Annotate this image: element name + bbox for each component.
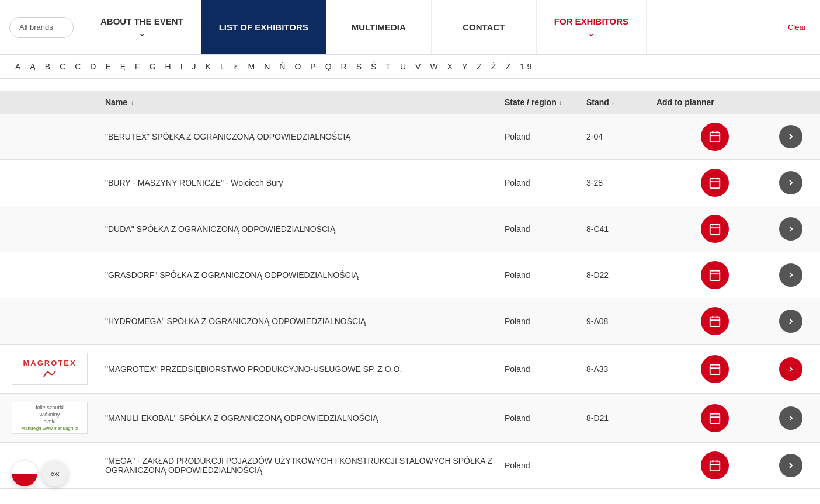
add-to-planner-button[interactable] xyxy=(701,307,729,335)
add-to-planner-button[interactable] xyxy=(701,261,729,289)
alpha-letter-p[interactable]: P xyxy=(307,60,319,74)
alpha-letter-1-9[interactable]: 1-9 xyxy=(516,60,535,74)
alpha-letter-y[interactable]: Y xyxy=(458,60,471,74)
table-row: "GRASDORF" SPÓŁKA Z OGRANICZONĄ ODPOWIED… xyxy=(0,252,820,298)
view-details-button[interactable] xyxy=(779,125,802,148)
view-details-button[interactable] xyxy=(779,171,802,194)
add-to-planner-button[interactable] xyxy=(701,123,729,151)
alpha-letter-ś[interactable]: Ś xyxy=(367,60,380,74)
alpha-letter-f[interactable]: F xyxy=(131,60,144,74)
alpha-letter-u[interactable]: U xyxy=(397,60,409,74)
svg-rect-45 xyxy=(710,364,720,374)
row-planner-cell xyxy=(656,355,773,383)
all-brands-button[interactable]: All brands xyxy=(9,17,74,38)
row-name-cell: "BURY - MASZYNY ROLNICZE" - Wojciech Bur… xyxy=(105,178,505,187)
chevron-right-icon xyxy=(786,178,795,187)
row-stand-cell: 8-D21 xyxy=(586,413,656,423)
row-state-cell: Poland xyxy=(505,270,586,280)
alpha-letter-d[interactable]: D xyxy=(86,60,99,74)
alpha-letter-o[interactable]: O xyxy=(291,60,304,74)
alpha-letter-a[interactable]: A xyxy=(12,60,24,74)
col-header-state[interactable]: State / region ↕ xyxy=(505,98,586,107)
exhibitors-table: Name ↕ State / region ↕ Stand ↕ Add to p… xyxy=(0,79,820,500)
chevron-right-icon xyxy=(786,132,795,141)
row-logo-cell xyxy=(12,214,105,244)
alpha-letter-k[interactable]: K xyxy=(202,60,214,74)
row-name-cell: "HYDROMEGA" SPÓŁKA Z OGRANICZONĄ ODPOWIE… xyxy=(105,317,505,326)
alpha-letter-h[interactable]: H xyxy=(162,60,175,74)
col-header-name[interactable]: Name ↕ xyxy=(105,98,505,107)
alpha-letter-ź[interactable]: Ź xyxy=(488,60,500,74)
add-to-planner-button[interactable] xyxy=(701,451,729,479)
alpha-letter-ą[interactable]: Ą xyxy=(26,60,39,74)
svg-rect-36 xyxy=(710,317,720,327)
sort-stand-icon[interactable]: ↕ xyxy=(611,99,614,106)
calendar-icon xyxy=(708,315,721,328)
view-details-button[interactable] xyxy=(779,263,802,287)
alpha-letter-q[interactable]: Q xyxy=(322,60,335,74)
alpha-letter-x[interactable]: X xyxy=(444,60,456,74)
row-stand-cell: 3-28 xyxy=(586,178,656,187)
calendar-icon xyxy=(708,363,721,376)
manuli-logo-brand: ManuAgri www.manuagri.pl xyxy=(21,426,78,431)
alphabet-filter-bar: AĄBCĆDEĘFGHIJKLŁMNŃOPQRSŚTUVWXYZŹŻ1-9 xyxy=(0,55,820,79)
magrotex-logo-icon xyxy=(41,369,58,379)
svg-rect-0 xyxy=(710,133,720,142)
alpha-letter-m[interactable]: M xyxy=(245,60,259,74)
row-name-cell: "MANULI EKOBAL" SPÓŁKA Z OGRANICZONĄ ODP… xyxy=(105,413,505,423)
row-stand-cell: 9-A08 xyxy=(586,317,656,326)
alpha-letter-i[interactable]: I xyxy=(177,60,186,74)
add-to-planner-button[interactable] xyxy=(701,404,729,432)
alpha-letter-l[interactable]: L xyxy=(217,60,228,74)
alpha-letter-v[interactable]: V xyxy=(412,60,424,74)
nav-item-contact[interactable]: CONTACT xyxy=(432,0,537,54)
alpha-letter-n[interactable]: N xyxy=(260,60,273,74)
alpha-letter-ż[interactable]: Ż xyxy=(502,60,514,74)
alpha-letter-s[interactable]: S xyxy=(353,60,365,74)
svg-rect-54 xyxy=(710,413,720,423)
sort-state-icon[interactable]: ↕ xyxy=(559,99,562,106)
row-name-cell: "MEGA" - ZAKŁAD PRODUKCJI POJAZDÓW UŻYTK… xyxy=(105,456,505,475)
clear-button[interactable]: Clear xyxy=(779,23,815,32)
table-row: "BERUTEX" SPÓŁKA Z OGRANICZONĄ ODPOWIEDZ… xyxy=(0,114,820,160)
logo-empty xyxy=(12,168,88,197)
view-details-button[interactable] xyxy=(779,454,802,477)
add-to-planner-button[interactable] xyxy=(701,215,729,243)
language-button[interactable] xyxy=(12,461,37,486)
calendar-icon xyxy=(708,269,721,281)
alpha-letter-t[interactable]: T xyxy=(382,60,394,74)
view-details-button[interactable] xyxy=(779,217,802,241)
col-header-stand[interactable]: Stand ↕ xyxy=(586,98,656,107)
alpha-letter-b[interactable]: B xyxy=(41,60,54,74)
alpha-letter-ń[interactable]: Ń xyxy=(276,60,289,74)
row-planner-cell xyxy=(656,307,773,335)
chevron-right-icon xyxy=(786,317,795,326)
alpha-letter-j[interactable]: J xyxy=(189,60,200,74)
nav-item-about[interactable]: ABOUT THE EVENT ⌄ xyxy=(83,0,201,54)
alpha-letter-g[interactable]: G xyxy=(146,60,159,74)
alpha-letter-z[interactable]: Z xyxy=(473,60,485,74)
alpha-letter-ć[interactable]: Ć xyxy=(71,60,84,74)
nav-item-multimedia[interactable]: MULTIMEDIA xyxy=(326,0,432,54)
alpha-letter-r[interactable]: R xyxy=(338,60,350,74)
nav-item-for-exhibitors[interactable]: FOR EXHIBITORS ⌄ xyxy=(537,0,647,54)
view-details-button[interactable] xyxy=(779,310,802,333)
alpha-letter-c[interactable]: C xyxy=(56,60,69,74)
sort-name-icon[interactable]: ↕ xyxy=(131,99,134,106)
collapse-panel-button[interactable]: «« xyxy=(42,461,68,486)
row-state-cell: Poland xyxy=(505,178,586,187)
alpha-letter-e[interactable]: E xyxy=(102,60,114,74)
row-name-cell: "MAGROTEX" PRZEDSIĘBIORSTWO PRODUKCYJNO-… xyxy=(105,364,505,374)
add-to-planner-button[interactable] xyxy=(701,169,729,197)
nav-item-list[interactable]: LIST OF EXHIBITORS xyxy=(201,0,326,54)
view-details-button[interactable] xyxy=(779,357,802,381)
alpha-letter-w[interactable]: W xyxy=(426,60,441,74)
logo-empty xyxy=(12,307,88,336)
row-arrow-cell xyxy=(773,263,808,287)
svg-rect-63 xyxy=(710,461,720,471)
alpha-letter-ł[interactable]: Ł xyxy=(231,60,242,74)
logo-empty xyxy=(12,260,88,290)
add-to-planner-button[interactable] xyxy=(701,355,729,383)
view-details-button[interactable] xyxy=(779,406,802,430)
alpha-letter-ę[interactable]: Ę xyxy=(117,60,129,74)
